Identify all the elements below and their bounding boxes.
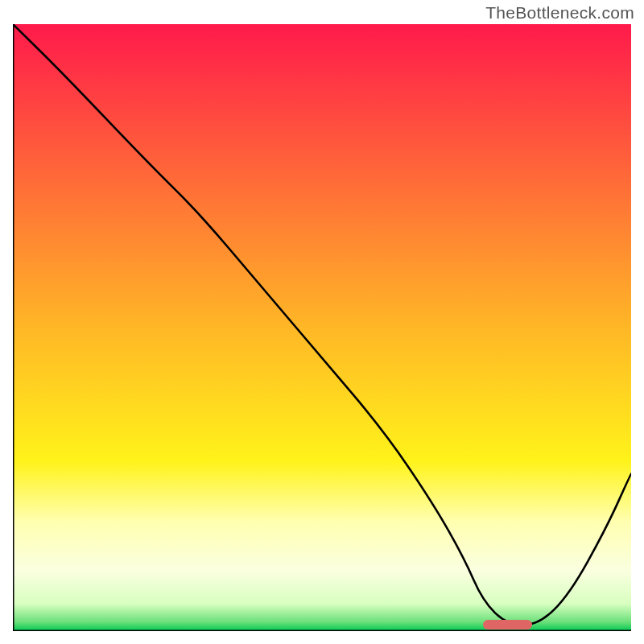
watermark-text: TheBottleneck.com <box>485 3 634 23</box>
gradient-background <box>13 24 631 631</box>
optimal-range-marker <box>483 620 532 630</box>
svg-rect-0 <box>13 24 631 631</box>
chart-plot-area <box>13 24 631 631</box>
